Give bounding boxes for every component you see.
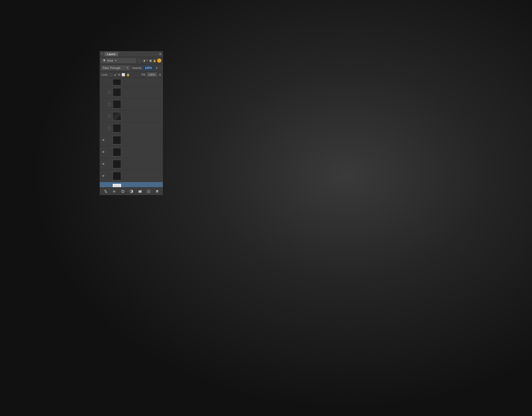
layer-visibility-2[interactable]: 👁 — [100, 90, 107, 94]
layers-panel: × Layers ≡ 🔍 Kind ▼ ⬛ ◑ T ▣ 🔒 Pass Throu… — [99, 51, 163, 195]
layer-thumb-9 — [113, 172, 121, 180]
filter-shape-icon[interactable]: ▣ — [149, 59, 152, 62]
lock-all-icon[interactable]: 🔒 — [126, 73, 130, 76]
add-style-button[interactable]: fx — [112, 189, 117, 194]
lock-paint-icon[interactable]: 🖌 — [114, 73, 117, 76]
filter-type-icon[interactable]: T — [146, 59, 148, 62]
add-mask-button[interactable] — [120, 189, 125, 194]
titlebar-left: × Layers — [101, 52, 118, 56]
layer-row[interactable]: 👁 — [100, 170, 163, 182]
layer-thumb-4 — [113, 112, 121, 120]
layer-row[interactable]: 👁 — [100, 182, 163, 187]
tab-layers[interactable]: Layers — [104, 52, 118, 56]
fill-field[interactable]: 100% — [147, 73, 157, 77]
layer-thumb-5 — [113, 124, 121, 132]
layer-row[interactable]: 👁 — [100, 98, 163, 110]
add-adjustment-button[interactable] — [129, 189, 134, 194]
lock-pixels-icon[interactable]: ⬛ — [109, 73, 113, 76]
eye-hidden-3: 👁 — [102, 102, 105, 106]
layer-visibility-1[interactable]: 👁 — [100, 80, 107, 84]
layer-visibility-10[interactable]: 👁 — [100, 186, 107, 187]
layer-checkbox-5[interactable] — [108, 127, 111, 129]
layer-row[interactable]: 👁 — [100, 86, 163, 98]
layer-thumb-7 — [113, 148, 121, 156]
filter-icons: ⬛ ◑ T ▣ 🔒 — [138, 58, 161, 63]
fill-value: 100% — [148, 73, 155, 76]
filter-adjustment-icon[interactable]: ◑ — [143, 59, 145, 62]
eye-icon-6[interactable]: 👁 — [102, 138, 105, 142]
opacity-value: 100% — [145, 66, 152, 69]
layer-visibility-4[interactable]: 👁 — [100, 114, 107, 118]
opacity-field[interactable]: 100% — [143, 66, 154, 70]
opacity-chevron-icon[interactable]: ▼ — [155, 67, 158, 69]
layer-row[interactable]: 👁 — [100, 78, 163, 86]
blend-mode-label: Pass Through — [103, 66, 120, 69]
filter-label: Kind — [107, 59, 113, 62]
kind-filter-dropdown[interactable]: 🔍 Kind ▼ — [101, 58, 136, 63]
layer-visibility-9[interactable]: 👁 — [100, 174, 107, 178]
layer-visibility-7[interactable]: 👁 — [100, 150, 107, 154]
eye-hidden-1: 👁 — [102, 80, 105, 84]
layer-row[interactable]: 👁 — [100, 110, 163, 122]
layer-row[interactable]: 👁 — [100, 134, 163, 146]
lock-label: Lock: — [101, 73, 108, 76]
create-layer-button[interactable] — [146, 189, 151, 194]
layer-row[interactable]: 👁 — [100, 158, 163, 170]
delete-layer-button[interactable] — [155, 189, 160, 194]
eye-icon-9[interactable]: 👁 — [102, 174, 105, 178]
lock-artboard-icon[interactable]: ⬜ — [122, 73, 125, 76]
blend-chevron-icon: ▼ — [126, 67, 129, 69]
layer-row[interactable]: 👁 — [100, 146, 163, 158]
layer-checkbox-area-3[interactable] — [107, 103, 112, 106]
layer-checkbox-area-4[interactable] — [107, 115, 112, 118]
panel-menu-button[interactable]: ≡ — [159, 52, 161, 56]
layer-visibility-5[interactable]: 👁 — [100, 126, 107, 130]
blend-mode-dropdown[interactable]: Pass Through ▼ — [101, 66, 130, 70]
filter-toggle-button[interactable] — [157, 58, 161, 63]
layer-row[interactable]: 👁 — [100, 122, 163, 134]
layer-checkbox-3[interactable] — [108, 103, 111, 106]
layer-checkbox-area-2[interactable] — [107, 91, 112, 94]
link-layers-button[interactable] — [103, 189, 108, 194]
background-canvas — [0, 0, 532, 416]
panel-titlebar: × Layers ≡ — [100, 51, 163, 57]
lock-icons: ⬛ 🖌 ✛ ⬜ 🔒 — [109, 73, 130, 77]
layer-checkbox-4[interactable] — [108, 115, 111, 118]
create-group-button[interactable] — [137, 189, 143, 194]
layer-thumb-10 — [113, 184, 121, 187]
layer-visibility-3[interactable]: 👁 — [100, 102, 107, 106]
layer-checkbox-2[interactable] — [108, 91, 111, 94]
eye-hidden-5: 👁 — [102, 126, 105, 130]
layer-thumb-2 — [113, 88, 121, 96]
layer-visibility-8[interactable]: 👁 — [100, 162, 107, 166]
fill-label: Fill: — [141, 73, 146, 76]
chevron-down-icon: ▼ — [115, 59, 117, 62]
filter-bar: 🔍 Kind ▼ ⬛ ◑ T ▣ 🔒 — [100, 57, 163, 64]
blend-opacity-bar: Pass Through ▼ Opacity: 100% ▼ — [100, 64, 163, 72]
lock-move-icon[interactable]: ✛ — [118, 73, 121, 77]
eye-icon-10[interactable]: 👁 — [102, 186, 105, 187]
close-button[interactable]: × — [101, 53, 103, 55]
layer-thumb-1 — [113, 79, 121, 85]
layer-thumb-8 — [113, 160, 121, 168]
fill-chevron-icon[interactable]: ▼ — [159, 73, 161, 76]
lock-fill-bar: Lock: ⬛ 🖌 ✛ ⬜ 🔒 Fill: 100% ▼ — [100, 72, 163, 78]
eye-icon-8[interactable]: 👁 — [102, 162, 105, 166]
layers-list: 👁 👁 👁 — [100, 78, 163, 187]
opacity-label: Opacity: — [132, 66, 142, 69]
search-icon: 🔍 — [103, 59, 106, 62]
layer-thumb-3 — [113, 100, 121, 108]
eye-hidden-4: 👁 — [102, 114, 105, 118]
layer-checkbox-area-5[interactable] — [107, 127, 112, 129]
filter-smart-icon[interactable]: 🔒 — [153, 59, 156, 62]
layer-thumb-6 — [113, 136, 121, 144]
filter-pixel-icon[interactable]: ⬛ — [138, 59, 142, 62]
layer-visibility-6[interactable]: 👁 — [100, 138, 107, 142]
eye-icon-7[interactable]: 👁 — [102, 150, 105, 154]
panel-tabs: Layers — [104, 52, 118, 56]
panel-toolbar: fx — [100, 187, 163, 195]
eye-hidden-2: 👁 — [102, 90, 105, 94]
